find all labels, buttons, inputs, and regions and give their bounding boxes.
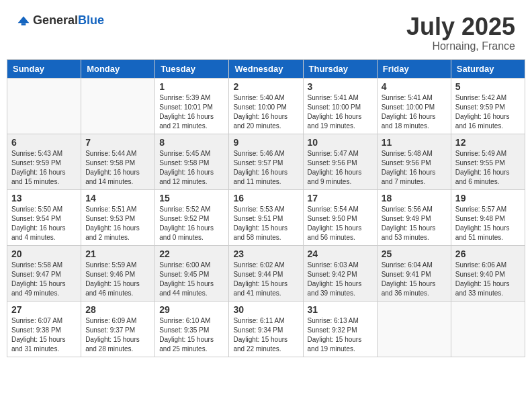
calendar-cell-week1-day7: 5Sunrise: 5:42 AM Sunset: 9:59 PM Daylig… (451, 78, 525, 134)
logo-text-general: General (33, 13, 78, 27)
day-number: 30 (233, 304, 298, 315)
calendar-cell-week2-day7: 12Sunrise: 5:49 AM Sunset: 9:55 PM Dayli… (451, 134, 525, 189)
day-info: Sunrise: 6:04 AM Sunset: 9:41 PM Dayligh… (382, 261, 447, 298)
day-info: Sunrise: 5:58 AM Sunset: 9:47 PM Dayligh… (11, 261, 77, 298)
calendar-cell-week5-day6 (377, 301, 451, 357)
day-info: Sunrise: 5:41 AM Sunset: 10:00 PM Daylig… (308, 93, 373, 131)
day-number: 20 (11, 248, 77, 259)
day-number: 27 (11, 304, 77, 315)
day-number: 9 (233, 137, 298, 148)
month-title: July 2025 (406, 13, 515, 40)
calendar-cell-week1-day4: 2Sunrise: 5:40 AM Sunset: 10:00 PM Dayli… (229, 78, 303, 134)
day-info: Sunrise: 5:54 AM Sunset: 9:50 PM Dayligh… (308, 205, 373, 242)
day-number: 12 (455, 137, 521, 148)
day-info: Sunrise: 6:02 AM Sunset: 9:44 PM Dayligh… (233, 261, 298, 298)
logo-icon (17, 14, 30, 28)
calendar-cell-week4-day7: 26Sunrise: 6:06 AM Sunset: 9:40 PM Dayli… (451, 245, 525, 301)
day-info: Sunrise: 5:44 AM Sunset: 9:58 PM Dayligh… (85, 149, 150, 187)
calendar-cell-week4-day5: 24Sunrise: 6:03 AM Sunset: 9:42 PM Dayli… (303, 245, 377, 301)
calendar-cell-week5-day5: 31Sunrise: 6:13 AM Sunset: 9:32 PM Dayli… (303, 301, 377, 357)
day-info: Sunrise: 5:56 AM Sunset: 9:49 PM Dayligh… (382, 205, 447, 242)
calendar-week-row-1: 1Sunrise: 5:39 AM Sunset: 10:01 PM Dayli… (7, 78, 525, 134)
day-info: Sunrise: 5:47 AM Sunset: 9:56 PM Dayligh… (308, 149, 373, 187)
calendar-cell-week3-day5: 17Sunrise: 5:54 AM Sunset: 9:50 PM Dayli… (303, 189, 377, 245)
location-title: Hornaing, France (406, 40, 515, 52)
logo-text-blue: Blue (78, 13, 104, 27)
day-number: 18 (382, 193, 447, 203)
calendar-cell-week4-day2: 21Sunrise: 5:59 AM Sunset: 9:46 PM Dayli… (81, 245, 155, 301)
day-info: Sunrise: 5:42 AM Sunset: 9:59 PM Dayligh… (455, 93, 521, 131)
calendar: SundayMondayTuesdayWednesdayThursdayFrid… (7, 59, 525, 357)
day-number: 23 (233, 248, 298, 259)
day-number: 26 (455, 248, 521, 259)
calendar-week-row-2: 6Sunrise: 5:43 AM Sunset: 9:59 PM Daylig… (7, 134, 525, 189)
calendar-cell-week1-day3: 1Sunrise: 5:39 AM Sunset: 10:01 PM Dayli… (155, 78, 229, 134)
day-info: Sunrise: 5:59 AM Sunset: 9:46 PM Dayligh… (85, 261, 150, 298)
day-number: 8 (159, 137, 224, 148)
day-number: 29 (159, 304, 224, 315)
day-info: Sunrise: 6:13 AM Sunset: 9:32 PM Dayligh… (308, 316, 373, 354)
weekday-header-friday: Friday (377, 59, 451, 78)
day-info: Sunrise: 6:00 AM Sunset: 9:45 PM Dayligh… (159, 261, 224, 298)
calendar-cell-week1-day1 (7, 78, 81, 134)
weekday-header-row: SundayMondayTuesdayWednesdayThursdayFrid… (7, 59, 525, 78)
day-info: Sunrise: 6:11 AM Sunset: 9:34 PM Dayligh… (233, 316, 298, 354)
calendar-cell-week5-day4: 30Sunrise: 6:11 AM Sunset: 9:34 PM Dayli… (229, 301, 303, 357)
weekday-header-monday: Monday (81, 59, 155, 78)
calendar-cell-week3-day4: 16Sunrise: 5:53 AM Sunset: 9:51 PM Dayli… (229, 189, 303, 245)
day-info: Sunrise: 5:40 AM Sunset: 10:00 PM Daylig… (233, 93, 298, 131)
calendar-week-row-5: 27Sunrise: 6:07 AM Sunset: 9:38 PM Dayli… (7, 301, 525, 357)
day-info: Sunrise: 6:03 AM Sunset: 9:42 PM Dayligh… (308, 261, 373, 298)
day-number: 11 (382, 137, 447, 148)
calendar-cell-week3-day6: 18Sunrise: 5:56 AM Sunset: 9:49 PM Dayli… (377, 189, 451, 245)
day-number: 25 (382, 248, 447, 259)
day-number: 21 (85, 248, 150, 259)
calendar-cell-week3-day2: 14Sunrise: 5:51 AM Sunset: 9:53 PM Dayli… (81, 189, 155, 245)
day-info: Sunrise: 5:43 AM Sunset: 9:59 PM Dayligh… (11, 149, 77, 187)
day-info: Sunrise: 5:49 AM Sunset: 9:55 PM Dayligh… (455, 149, 521, 187)
day-number: 28 (85, 304, 150, 315)
day-number: 22 (159, 248, 224, 259)
calendar-cell-week1-day5: 3Sunrise: 5:41 AM Sunset: 10:00 PM Dayli… (303, 78, 377, 134)
svg-marker-0 (18, 16, 30, 23)
day-info: Sunrise: 5:45 AM Sunset: 9:58 PM Dayligh… (159, 149, 224, 187)
day-info: Sunrise: 5:41 AM Sunset: 10:00 PM Daylig… (382, 93, 447, 131)
svg-rect-1 (21, 23, 26, 25)
calendar-cell-week5-day3: 29Sunrise: 6:10 AM Sunset: 9:35 PM Dayli… (155, 301, 229, 357)
day-info: Sunrise: 5:51 AM Sunset: 9:53 PM Dayligh… (85, 205, 150, 242)
calendar-cell-week3-day3: 15Sunrise: 5:52 AM Sunset: 9:52 PM Dayli… (155, 189, 229, 245)
calendar-cell-week4-day1: 20Sunrise: 5:58 AM Sunset: 9:47 PM Dayli… (7, 245, 81, 301)
day-number: 3 (308, 81, 373, 92)
day-number: 1 (159, 81, 224, 92)
day-info: Sunrise: 5:50 AM Sunset: 9:54 PM Dayligh… (11, 205, 77, 242)
day-number: 16 (233, 193, 298, 203)
day-number: 13 (11, 193, 77, 203)
weekday-header-wednesday: Wednesday (229, 59, 303, 78)
day-number: 7 (85, 137, 150, 148)
day-info: Sunrise: 6:07 AM Sunset: 9:38 PM Dayligh… (11, 316, 77, 354)
weekday-header-tuesday: Tuesday (155, 59, 229, 78)
day-info: Sunrise: 5:39 AM Sunset: 10:01 PM Daylig… (159, 93, 224, 131)
day-number: 2 (233, 81, 298, 92)
title-block: July 2025 Hornaing, France (406, 13, 515, 52)
day-number: 10 (308, 137, 373, 148)
calendar-week-row-3: 13Sunrise: 5:50 AM Sunset: 9:54 PM Dayli… (7, 189, 525, 245)
day-number: 19 (455, 193, 521, 203)
calendar-cell-week2-day2: 7Sunrise: 5:44 AM Sunset: 9:58 PM Daylig… (81, 134, 155, 189)
calendar-cell-week4-day3: 22Sunrise: 6:00 AM Sunset: 9:45 PM Dayli… (155, 245, 229, 301)
calendar-cell-week2-day1: 6Sunrise: 5:43 AM Sunset: 9:59 PM Daylig… (7, 134, 81, 189)
calendar-cell-week2-day3: 8Sunrise: 5:45 AM Sunset: 9:58 PM Daylig… (155, 134, 229, 189)
calendar-cell-week5-day7 (451, 301, 525, 357)
calendar-cell-week4-day4: 23Sunrise: 6:02 AM Sunset: 9:44 PM Dayli… (229, 245, 303, 301)
calendar-cell-week2-day5: 10Sunrise: 5:47 AM Sunset: 9:56 PM Dayli… (303, 134, 377, 189)
page-header: GeneralBlue July 2025 Hornaing, France (7, 7, 525, 56)
calendar-cell-week5-day1: 27Sunrise: 6:07 AM Sunset: 9:38 PM Dayli… (7, 301, 81, 357)
weekday-header-thursday: Thursday (303, 59, 377, 78)
day-info: Sunrise: 6:10 AM Sunset: 9:35 PM Dayligh… (159, 316, 224, 354)
day-info: Sunrise: 5:48 AM Sunset: 9:56 PM Dayligh… (382, 149, 447, 187)
day-info: Sunrise: 5:52 AM Sunset: 9:52 PM Dayligh… (159, 205, 224, 242)
day-number: 17 (308, 193, 373, 203)
weekday-header-saturday: Saturday (451, 59, 525, 78)
logo: GeneralBlue (17, 13, 104, 28)
day-info: Sunrise: 6:09 AM Sunset: 9:37 PM Dayligh… (85, 316, 150, 354)
